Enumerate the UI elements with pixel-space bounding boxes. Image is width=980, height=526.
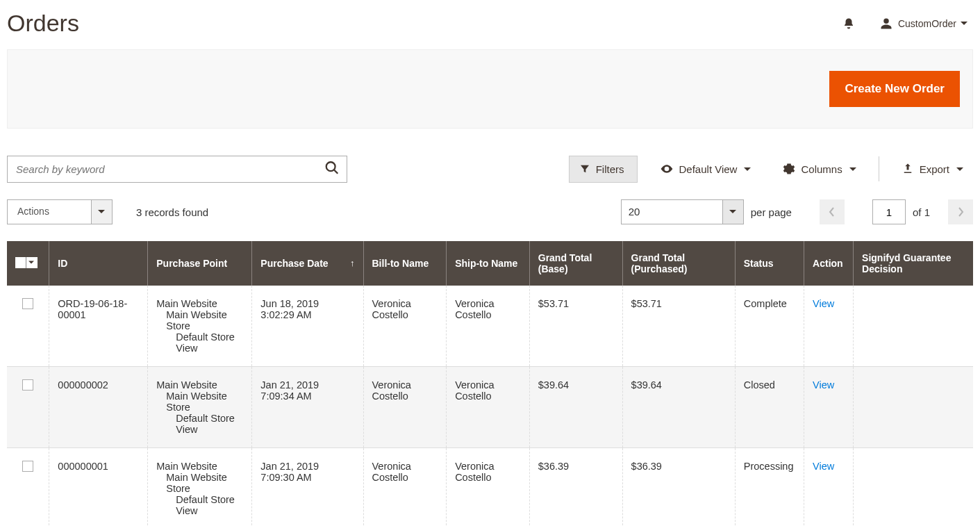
toolbar: Filters Default View Columns Export [7,155,973,183]
view-link[interactable]: View [813,461,834,472]
current-page-input[interactable] [872,199,906,224]
col-header-action[interactable]: Action [804,241,854,286]
bulk-actions-caret [91,200,112,224]
export-label: Export [920,163,949,175]
table-row[interactable]: ORD-19-06-18-00001Main WebsiteMain Websi… [7,286,973,367]
page-size-select[interactable]: 20 [621,199,744,224]
cell-action: View [804,367,854,448]
chevron-right-icon [956,207,965,217]
per-page-label: per page [751,206,792,218]
cell-gt-purchased: $53.71 [622,286,735,367]
records-found: 3 records found [136,206,208,218]
caret-down-icon [849,163,856,175]
col-header-purchase-date[interactable]: Purchase Date ↑ [252,241,363,286]
col-header-select[interactable] [7,241,49,286]
cell-gt-base: $39.64 [529,367,622,448]
chevron-left-icon [828,207,836,217]
cell-gt-base: $36.39 [529,448,622,527]
table-header-row: ID Purchase Point Purchase Date ↑ Bill-t… [7,241,973,286]
cell-ship-to: Veronica Costello [447,286,530,367]
default-view-button[interactable]: Default View [650,155,761,183]
notifications-button[interactable] [838,13,859,34]
search-button[interactable] [322,158,342,181]
caret-down-icon [956,163,963,175]
next-page-button[interactable] [948,199,973,224]
bulk-actions-select[interactable]: Actions [7,199,113,224]
page-size-caret [722,200,743,224]
cell-status: Processing [735,448,804,527]
page-header: Orders CustomOrder [7,6,973,49]
cell-signifyd [854,448,973,527]
eye-icon [660,162,674,176]
cell-purchase-point: Main WebsiteMain Website StoreDefault St… [148,286,252,367]
cell-bill-to: Veronica Costello [363,448,447,527]
col-header-grand-total-purchased[interactable]: Grand Total (Purchased) [622,241,735,286]
gear-icon [783,163,795,175]
search-wrap [7,156,347,183]
cell-purchase-date: Jan 21, 2019 7:09:30 AM [252,448,363,527]
search-icon [324,161,340,176]
columns-button[interactable]: Columns [773,156,865,182]
default-view-label: Default View [679,163,738,175]
cell-id: 000000001 [49,448,148,527]
cell-id: ORD-19-06-18-00001 [49,286,148,367]
cell-gt-purchased: $36.39 [622,448,735,527]
svg-point-0 [326,162,335,171]
filters-label: Filters [596,163,624,175]
funnel-icon [579,163,590,174]
of-pages: of 1 [913,206,930,218]
user-menu[interactable]: CustomOrder [880,17,973,30]
prev-page-button[interactable] [820,199,845,224]
filters-button[interactable]: Filters [569,156,638,183]
col-header-status[interactable]: Status [735,241,804,286]
cell-purchase-date: Jun 18, 2019 3:02:29 AM [252,286,363,367]
search-input[interactable] [8,156,347,182]
toolbar-secondary: Actions 3 records found 20 per page of 1 [7,199,973,224]
col-header-grand-total-base[interactable]: Grand Total (Base) [529,241,622,286]
row-checkbox[interactable] [22,379,33,391]
cell-purchase-point: Main WebsiteMain Website StoreDefault St… [148,448,252,527]
col-header-id[interactable]: ID [49,241,148,286]
view-link[interactable]: View [813,379,834,391]
cell-ship-to: Veronica Costello [447,448,530,527]
cell-action: View [804,286,854,367]
sort-asc-icon: ↑ [350,258,355,268]
bell-icon [842,17,855,31]
col-header-bill-to[interactable]: Bill-to Name [363,241,447,286]
cell-id: 000000002 [49,367,148,448]
cell-purchase-point: Main WebsiteMain Website StoreDefault St… [148,367,252,448]
separator [879,156,879,181]
table-row[interactable]: 000000001Main WebsiteMain Website StoreD… [7,448,973,527]
cell-signifyd [854,367,973,448]
page-size-value: 20 [622,200,722,224]
cell-bill-to: Veronica Costello [363,286,447,367]
cell-bill-to: Veronica Costello [363,367,447,448]
export-icon [902,163,914,175]
cell-gt-purchased: $39.64 [622,367,735,448]
cell-ship-to: Veronica Costello [447,367,530,448]
col-header-purchase-point[interactable]: Purchase Point [148,241,252,286]
cell-signifyd [854,286,973,367]
caret-down-icon [961,18,973,29]
col-header-signifyd[interactable]: Signifyd Guarantee Decision [854,241,973,286]
row-checkbox[interactable] [22,461,33,472]
table-row[interactable]: 000000002Main WebsiteMain Website StoreD… [7,367,973,448]
columns-label: Columns [801,163,842,175]
caret-down-icon [744,163,751,175]
user-icon [880,17,892,30]
select-all-checkbox[interactable] [15,257,38,268]
export-button[interactable]: Export [892,156,973,182]
bulk-actions-label: Actions [8,200,91,224]
cell-status: Complete [735,286,804,367]
cell-action: View [804,448,854,527]
row-checkbox[interactable] [22,298,33,309]
cell-purchase-date: Jan 21, 2019 7:09:34 AM [252,367,363,448]
view-link[interactable]: View [813,298,834,309]
orders-table: ID Purchase Point Purchase Date ↑ Bill-t… [7,241,973,526]
user-name: CustomOrder [898,18,956,29]
cell-status: Closed [735,367,804,448]
col-header-purchase-date-label: Purchase Date [260,258,328,269]
col-header-ship-to[interactable]: Ship-to Name [447,241,530,286]
create-new-order-button[interactable]: Create New Order [829,71,960,107]
cell-gt-base: $53.71 [529,286,622,367]
